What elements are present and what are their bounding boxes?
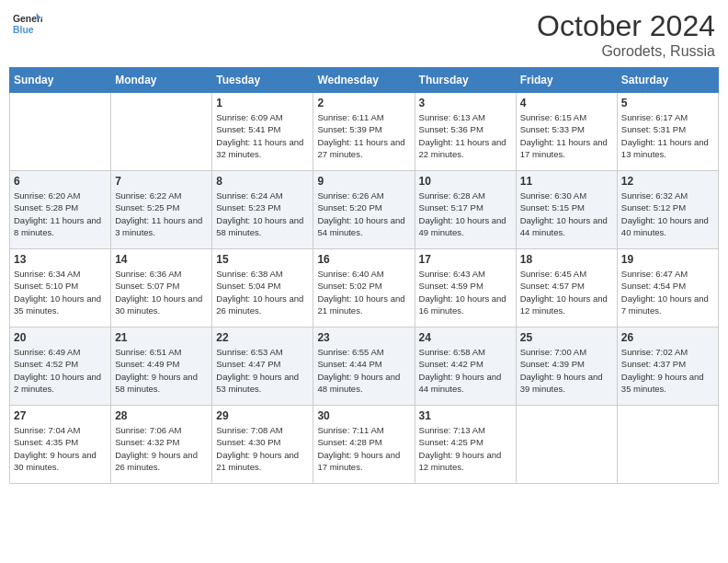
cell-content: Sunrise: 6:36 AMSunset: 5:07 PMDaylight:… (115, 268, 208, 316)
svg-text:Blue: Blue (13, 25, 34, 35)
calendar-cell: 23 Sunrise: 6:55 AMSunset: 4:44 PMDaylig… (313, 327, 415, 406)
calendar-cell: 27 Sunrise: 7:04 AMSunset: 4:35 PMDaylig… (10, 406, 111, 484)
cell-content: Sunrise: 7:06 AMSunset: 4:32 PMDaylight:… (115, 424, 208, 473)
calendar-cell: 26 Sunrise: 7:02 AMSunset: 4:37 PMDaylig… (617, 327, 718, 406)
logo: General Blue (13, 9, 42, 39)
col-monday: Monday (111, 68, 212, 93)
calendar-cell: 20 Sunrise: 6:49 AMSunset: 4:52 PMDaylig… (10, 327, 111, 406)
calendar-cell: 4 Sunrise: 6:15 AMSunset: 5:33 PMDayligh… (516, 93, 617, 171)
day-number: 14 (115, 253, 208, 266)
day-number: 29 (216, 409, 309, 422)
calendar-cell: 15 Sunrise: 6:38 AMSunset: 5:04 PMDaylig… (212, 249, 313, 327)
day-number: 19 (621, 253, 714, 266)
day-number: 27 (14, 409, 107, 422)
day-number: 31 (419, 409, 512, 422)
cell-content: Sunrise: 6:51 AMSunset: 4:49 PMDaylight:… (115, 346, 208, 395)
cell-content: Sunrise: 7:00 AMSunset: 4:39 PMDaylight:… (520, 346, 613, 395)
col-friday: Friday (516, 68, 617, 93)
day-number: 22 (216, 331, 309, 344)
day-number: 3 (419, 97, 512, 109)
calendar-cell: 19 Sunrise: 6:47 AMSunset: 4:54 PMDaylig… (617, 249, 718, 327)
cell-content: Sunrise: 7:08 AMSunset: 4:30 PMDaylight:… (216, 424, 309, 473)
calendar-cell: 25 Sunrise: 7:00 AMSunset: 4:39 PMDaylig… (516, 327, 617, 406)
col-sunday: Sunday (10, 68, 111, 93)
cell-content: Sunrise: 6:32 AMSunset: 5:12 PMDaylight:… (621, 190, 714, 238)
calendar-cell (10, 93, 111, 171)
cell-content: Sunrise: 6:38 AMSunset: 5:04 PMDaylight:… (216, 268, 309, 316)
calendar-cell: 29 Sunrise: 7:08 AMSunset: 4:30 PMDaylig… (212, 406, 313, 484)
calendar-cell: 28 Sunrise: 7:06 AMSunset: 4:32 PMDaylig… (111, 406, 212, 484)
calendar-cell: 2 Sunrise: 6:11 AMSunset: 5:39 PMDayligh… (313, 93, 415, 171)
day-number: 6 (14, 175, 107, 188)
day-number: 1 (216, 97, 309, 109)
calendar-cell: 14 Sunrise: 6:36 AMSunset: 5:07 PMDaylig… (111, 249, 212, 327)
calendar-cell: 5 Sunrise: 6:17 AMSunset: 5:31 PMDayligh… (617, 93, 718, 171)
day-number: 4 (520, 97, 613, 109)
calendar-cell: 24 Sunrise: 6:58 AMSunset: 4:42 PMDaylig… (415, 327, 516, 406)
calendar-week-2: 6 Sunrise: 6:20 AMSunset: 5:28 PMDayligh… (10, 171, 719, 249)
cell-content: Sunrise: 6:55 AMSunset: 4:44 PMDaylight:… (317, 346, 410, 395)
cell-content: Sunrise: 7:04 AMSunset: 4:35 PMDaylight:… (14, 424, 107, 473)
day-number: 11 (520, 175, 613, 188)
cell-content: Sunrise: 6:28 AMSunset: 5:17 PMDaylight:… (419, 190, 512, 238)
title-area: October 2024 Gorodets, Russia (537, 9, 715, 60)
calendar-cell (617, 406, 718, 484)
calendar-cell: 1 Sunrise: 6:09 AMSunset: 5:41 PMDayligh… (212, 93, 313, 171)
cell-content: Sunrise: 6:34 AMSunset: 5:10 PMDaylight:… (14, 268, 107, 316)
calendar-cell: 12 Sunrise: 6:32 AMSunset: 5:12 PMDaylig… (617, 171, 718, 249)
day-number: 20 (14, 331, 107, 344)
calendar-cell: 9 Sunrise: 6:26 AMSunset: 5:20 PMDayligh… (313, 171, 415, 249)
calendar-cell: 11 Sunrise: 6:30 AMSunset: 5:15 PMDaylig… (516, 171, 617, 249)
calendar-week-1: 1 Sunrise: 6:09 AMSunset: 5:41 PMDayligh… (10, 93, 719, 171)
cell-content: Sunrise: 6:24 AMSunset: 5:23 PMDaylight:… (216, 190, 309, 238)
calendar-cell: 31 Sunrise: 7:13 AMSunset: 4:25 PMDaylig… (415, 406, 516, 484)
calendar-cell: 6 Sunrise: 6:20 AMSunset: 5:28 PMDayligh… (10, 171, 111, 249)
calendar-week-5: 27 Sunrise: 7:04 AMSunset: 4:35 PMDaylig… (10, 406, 719, 484)
calendar-cell: 22 Sunrise: 6:53 AMSunset: 4:47 PMDaylig… (212, 327, 313, 406)
day-number: 13 (14, 253, 107, 266)
calendar-cell (516, 406, 617, 484)
cell-content: Sunrise: 6:15 AMSunset: 5:33 PMDaylight:… (520, 111, 613, 160)
day-number: 28 (115, 409, 208, 422)
day-number: 10 (419, 175, 512, 188)
cell-content: Sunrise: 6:45 AMSunset: 4:57 PMDaylight:… (520, 268, 613, 316)
cell-content: Sunrise: 6:20 AMSunset: 5:28 PMDaylight:… (14, 190, 107, 238)
calendar-cell: 16 Sunrise: 6:40 AMSunset: 5:02 PMDaylig… (313, 249, 415, 327)
day-number: 5 (621, 97, 714, 109)
day-number: 15 (216, 253, 309, 266)
day-number: 12 (621, 175, 714, 188)
cell-content: Sunrise: 7:11 AMSunset: 4:28 PMDaylight:… (317, 424, 410, 473)
header-row: Sunday Monday Tuesday Wednesday Thursday… (10, 68, 719, 93)
day-number: 24 (419, 331, 512, 344)
cell-content: Sunrise: 6:58 AMSunset: 4:42 PMDaylight:… (419, 346, 512, 395)
cell-content: Sunrise: 6:17 AMSunset: 5:31 PMDaylight:… (621, 111, 714, 160)
calendar-cell: 8 Sunrise: 6:24 AMSunset: 5:23 PMDayligh… (212, 171, 313, 249)
cell-content: Sunrise: 6:09 AMSunset: 5:41 PMDaylight:… (216, 111, 309, 160)
day-number: 25 (520, 331, 613, 344)
cell-content: Sunrise: 6:26 AMSunset: 5:20 PMDaylight:… (317, 190, 410, 238)
day-number: 7 (115, 175, 208, 188)
cell-content: Sunrise: 6:40 AMSunset: 5:02 PMDaylight:… (317, 268, 410, 316)
cell-content: Sunrise: 6:47 AMSunset: 4:54 PMDaylight:… (621, 268, 714, 316)
cell-content: Sunrise: 6:49 AMSunset: 4:52 PMDaylight:… (14, 346, 107, 395)
col-thursday: Thursday (415, 68, 516, 93)
calendar-table: Sunday Monday Tuesday Wednesday Thursday… (9, 67, 719, 484)
calendar-week-4: 20 Sunrise: 6:49 AMSunset: 4:52 PMDaylig… (10, 327, 719, 406)
calendar-cell: 21 Sunrise: 6:51 AMSunset: 4:49 PMDaylig… (111, 327, 212, 406)
day-number: 21 (115, 331, 208, 344)
calendar-cell: 18 Sunrise: 6:45 AMSunset: 4:57 PMDaylig… (516, 249, 617, 327)
day-number: 2 (317, 97, 410, 109)
calendar-cell: 3 Sunrise: 6:13 AMSunset: 5:36 PMDayligh… (415, 93, 516, 171)
cell-content: Sunrise: 6:53 AMSunset: 4:47 PMDaylight:… (216, 346, 309, 395)
month-title: October 2024 (537, 9, 715, 43)
cell-content: Sunrise: 6:30 AMSunset: 5:15 PMDaylight:… (520, 190, 613, 238)
cell-content: Sunrise: 6:22 AMSunset: 5:25 PMDaylight:… (115, 190, 208, 238)
calendar-cell (111, 93, 212, 171)
cell-content: Sunrise: 7:13 AMSunset: 4:25 PMDaylight:… (419, 424, 512, 473)
calendar-cell: 10 Sunrise: 6:28 AMSunset: 5:17 PMDaylig… (415, 171, 516, 249)
cell-content: Sunrise: 6:13 AMSunset: 5:36 PMDaylight:… (419, 111, 512, 160)
col-saturday: Saturday (617, 68, 718, 93)
location-title: Gorodets, Russia (537, 43, 715, 60)
cell-content: Sunrise: 6:11 AMSunset: 5:39 PMDaylight:… (317, 111, 410, 160)
col-tuesday: Tuesday (212, 68, 313, 93)
